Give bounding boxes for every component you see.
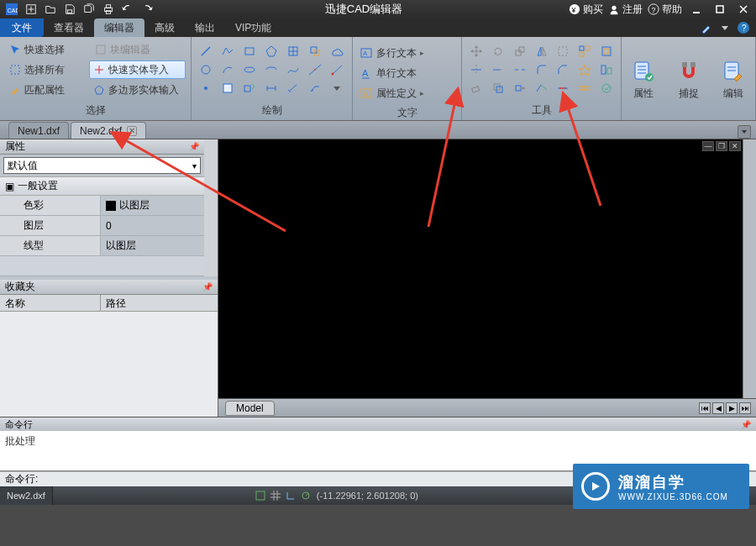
new-icon[interactable]: [23, 2, 39, 17]
join-icon[interactable]: [534, 81, 549, 96]
canvas-vscroll[interactable]: [743, 139, 756, 398]
status-grid-icon[interactable]: [270, 490, 281, 501]
trim-icon[interactable]: [469, 62, 484, 77]
cloud-icon[interactable]: [329, 44, 344, 59]
close-icon[interactable]: [734, 2, 753, 17]
match-prop-button[interactable]: 匹配属性: [5, 81, 86, 99]
undo-icon[interactable]: [119, 2, 136, 17]
ray-icon[interactable]: [329, 62, 344, 77]
prop-row-ltype[interactable]: 线型 以图层: [0, 236, 204, 256]
minimize-icon[interactable]: [687, 2, 706, 17]
offset-icon[interactable]: [599, 44, 614, 59]
edit-panel-button[interactable]: 编辑: [715, 42, 752, 118]
properties-panel-button[interactable]: 属性: [625, 42, 662, 118]
select-all-button[interactable]: 选择所有: [5, 60, 86, 79]
line-icon[interactable]: [198, 44, 213, 59]
divide-icon[interactable]: [555, 81, 570, 96]
leader-icon[interactable]: [307, 81, 323, 96]
canvas-min-icon[interactable]: —: [702, 141, 714, 151]
stretch-icon[interactable]: [512, 81, 528, 96]
menu-advanced[interactable]: 高级: [144, 18, 185, 37]
props-default-combo[interactable]: 默认值: [3, 157, 201, 174]
ellipse-arc-icon[interactable]: [264, 62, 279, 77]
canvas-restore-icon[interactable]: ❐: [716, 141, 727, 151]
prop-row-color[interactable]: 色彩 以图层: [0, 196, 204, 216]
tab-close-icon[interactable]: ✕: [127, 126, 137, 136]
prop-row-layer[interactable]: 图层 0: [0, 216, 204, 236]
layout-last-icon[interactable]: ⏭: [739, 402, 751, 414]
redo-icon[interactable]: [139, 2, 155, 17]
attrdef-button[interactable]: A属性定义▸: [360, 84, 454, 102]
layout-first-icon[interactable]: ⏮: [699, 402, 711, 414]
saveall-icon[interactable]: [81, 2, 97, 17]
layout-next-icon[interactable]: ▶: [726, 402, 738, 414]
entity-import-button[interactable]: 快速实体导入: [89, 60, 186, 79]
help-button[interactable]: ?帮助: [648, 3, 682, 17]
point-icon[interactable]: [198, 81, 213, 96]
menu-editor[interactable]: 编辑器: [94, 18, 144, 37]
tabs-collapse-icon[interactable]: [738, 125, 751, 139]
open-icon[interactable]: [42, 2, 59, 17]
polyline-icon[interactable]: [220, 44, 235, 59]
menu-viewer[interactable]: 查看器: [44, 18, 94, 37]
chamfer-icon[interactable]: [555, 62, 570, 77]
info-icon[interactable]: ?: [736, 20, 751, 35]
dim-drop-icon[interactable]: [329, 81, 344, 96]
polygon-entity-button[interactable]: 多边形实体输入: [89, 81, 186, 99]
measure-icon[interactable]: [577, 81, 592, 96]
extend-icon[interactable]: [491, 62, 506, 77]
pin-icon-2[interactable]: 📌: [202, 282, 213, 291]
drawing-canvas[interactable]: — ❐ ✕: [218, 139, 743, 398]
brush-icon[interactable]: [699, 20, 714, 35]
menu-output[interactable]: 输出: [185, 18, 225, 37]
dim-linear-icon[interactable]: [264, 81, 279, 96]
pin-icon[interactable]: 📌: [189, 142, 199, 151]
mtext-button[interactable]: A多行文本▸: [360, 44, 454, 62]
copy-icon[interactable]: [491, 81, 506, 96]
fav-col-path[interactable]: 路径: [101, 295, 131, 311]
quick-select-button[interactable]: 快速选择: [5, 40, 87, 59]
snap-panel-button[interactable]: 捕捉: [670, 42, 707, 118]
buy-button[interactable]: ¥购买: [569, 3, 603, 17]
style-dropdown-icon[interactable]: [717, 20, 732, 35]
scale-icon[interactable]: [512, 44, 528, 59]
insert-icon[interactable]: [242, 81, 257, 96]
block-icon[interactable]: [220, 81, 235, 96]
dim-aligned-icon[interactable]: [286, 81, 301, 96]
canvas-close-icon[interactable]: ✕: [729, 141, 741, 151]
ellipse-icon[interactable]: [242, 62, 257, 77]
print-icon[interactable]: [100, 2, 117, 17]
save-icon[interactable]: [61, 2, 78, 17]
model-tab[interactable]: Model: [225, 401, 275, 416]
purge-icon[interactable]: [599, 81, 614, 96]
status-polar-icon[interactable]: [300, 490, 312, 501]
doc-tab-2[interactable]: New2.dxf✕: [71, 122, 146, 139]
block-editor-button[interactable]: 块编辑器: [91, 40, 185, 59]
explode-icon[interactable]: [577, 62, 592, 77]
doc-tab-1[interactable]: New1.dxf: [8, 122, 69, 139]
register-button[interactable]: 注册: [608, 3, 643, 17]
fav-col-name[interactable]: 名称: [0, 295, 101, 311]
status-snap-icon[interactable]: [255, 490, 266, 501]
spline-icon[interactable]: [286, 62, 301, 77]
fillet-icon[interactable]: [534, 62, 549, 77]
pin-icon-3[interactable]: 📌: [741, 420, 751, 429]
rotate-icon[interactable]: [491, 44, 506, 59]
hatch-icon[interactable]: [286, 44, 301, 59]
circle-icon[interactable]: [198, 62, 213, 77]
select-rect-icon[interactable]: [555, 44, 570, 59]
layout-prev-icon[interactable]: ◀: [712, 402, 724, 414]
mirror-icon[interactable]: [534, 44, 549, 59]
erase-icon[interactable]: [469, 81, 484, 96]
stext-button[interactable]: A单行文本: [360, 64, 454, 82]
break-icon[interactable]: [512, 62, 528, 77]
polygon-icon[interactable]: [264, 44, 279, 59]
region-icon[interactable]: [307, 44, 323, 59]
maximize-icon[interactable]: [711, 2, 729, 17]
menu-file[interactable]: 文件: [0, 18, 44, 37]
xline-icon[interactable]: [307, 62, 323, 77]
arc-icon[interactable]: [220, 62, 235, 77]
menu-vip[interactable]: VIP功能: [225, 18, 281, 37]
props-scrollbar[interactable]: [204, 139, 218, 276]
rect-icon[interactable]: [242, 44, 257, 59]
